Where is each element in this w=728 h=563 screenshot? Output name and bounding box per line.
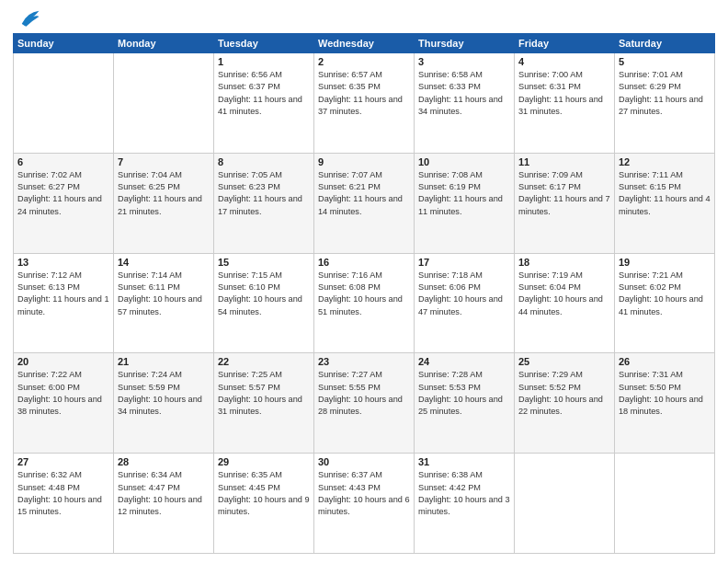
calendar-week-4: 27Sunrise: 6:32 AM Sunset: 4:48 PM Dayli… (14, 454, 715, 554)
day-number: 10 (418, 156, 510, 167)
day-info: Sunrise: 7:05 AM Sunset: 6:23 PM Dayligh… (218, 169, 310, 218)
day-info: Sunrise: 7:11 AM Sunset: 6:15 PM Dayligh… (619, 169, 711, 218)
calendar-cell: 4Sunrise: 7:00 AM Sunset: 6:31 PM Daylig… (515, 53, 615, 154)
calendar-table: SundayMondayTuesdayWednesdayThursdayFrid… (13, 33, 715, 554)
day-info: Sunrise: 7:15 AM Sunset: 6:10 PM Dayligh… (218, 270, 310, 318)
day-info: Sunrise: 7:24 AM Sunset: 5:59 PM Dayligh… (118, 369, 210, 418)
calendar-week-3: 20Sunrise: 7:22 AM Sunset: 6:00 PM Dayli… (14, 353, 715, 454)
day-number: 8 (218, 156, 310, 167)
day-number: 24 (418, 356, 510, 367)
weekday-header-sunday: Sunday (14, 34, 114, 53)
calendar-cell: 28Sunrise: 6:34 AM Sunset: 4:47 PM Dayli… (114, 454, 214, 554)
calendar-cell: 17Sunrise: 7:18 AM Sunset: 6:06 PM Dayli… (415, 253, 515, 353)
day-number: 5 (619, 56, 711, 67)
day-info: Sunrise: 7:16 AM Sunset: 6:08 PM Dayligh… (318, 270, 410, 318)
calendar-cell: 9Sunrise: 7:07 AM Sunset: 6:21 PM Daylig… (314, 153, 415, 253)
day-info: Sunrise: 7:04 AM Sunset: 6:25 PM Dayligh… (118, 169, 210, 218)
day-info: Sunrise: 6:35 AM Sunset: 4:45 PM Dayligh… (218, 469, 310, 518)
day-number: 27 (17, 456, 109, 467)
header (13, 9, 715, 26)
weekday-header-wednesday: Wednesday (314, 34, 415, 53)
logo (13, 9, 40, 26)
day-info: Sunrise: 7:25 AM Sunset: 5:57 PM Dayligh… (218, 369, 310, 418)
day-number: 9 (318, 156, 410, 167)
day-number: 16 (318, 257, 410, 268)
calendar-cell: 11Sunrise: 7:09 AM Sunset: 6:17 PM Dayli… (515, 153, 615, 253)
day-info: Sunrise: 7:00 AM Sunset: 6:31 PM Dayligh… (518, 69, 610, 118)
calendar-cell: 10Sunrise: 7:08 AM Sunset: 6:19 PM Dayli… (415, 153, 515, 253)
weekday-header-saturday: Saturday (615, 34, 715, 53)
day-info: Sunrise: 6:56 AM Sunset: 6:37 PM Dayligh… (218, 69, 310, 118)
calendar-cell: 29Sunrise: 6:35 AM Sunset: 4:45 PM Dayli… (214, 454, 314, 554)
day-number: 11 (518, 156, 610, 167)
weekday-header-row: SundayMondayTuesdayWednesdayThursdayFrid… (14, 34, 715, 53)
day-number: 1 (218, 56, 310, 67)
day-number: 7 (118, 156, 210, 167)
day-number: 13 (17, 257, 109, 268)
day-number: 2 (318, 56, 410, 67)
calendar-cell: 24Sunrise: 7:28 AM Sunset: 5:53 PM Dayli… (415, 353, 515, 454)
day-number: 22 (218, 356, 310, 367)
calendar-cell: 2Sunrise: 6:57 AM Sunset: 6:35 PM Daylig… (314, 53, 415, 154)
day-info: Sunrise: 7:12 AM Sunset: 6:13 PM Dayligh… (17, 270, 109, 318)
calendar-cell: 13Sunrise: 7:12 AM Sunset: 6:13 PM Dayli… (14, 253, 114, 353)
calendar-cell: 8Sunrise: 7:05 AM Sunset: 6:23 PM Daylig… (214, 153, 314, 253)
day-info: Sunrise: 6:37 AM Sunset: 4:43 PM Dayligh… (318, 469, 410, 518)
day-info: Sunrise: 7:08 AM Sunset: 6:19 PM Dayligh… (418, 169, 510, 218)
day-number: 14 (118, 257, 210, 268)
page: SundayMondayTuesdayWednesdayThursdayFrid… (0, 0, 728, 563)
calendar-cell: 22Sunrise: 7:25 AM Sunset: 5:57 PM Dayli… (214, 353, 314, 454)
day-number: 4 (518, 56, 610, 67)
day-info: Sunrise: 6:57 AM Sunset: 6:35 PM Dayligh… (318, 69, 410, 118)
day-number: 28 (118, 456, 210, 467)
day-info: Sunrise: 6:38 AM Sunset: 4:42 PM Dayligh… (418, 469, 510, 518)
day-number: 26 (619, 356, 711, 367)
day-info: Sunrise: 7:07 AM Sunset: 6:21 PM Dayligh… (318, 169, 410, 218)
day-number: 15 (218, 257, 310, 268)
day-number: 18 (518, 257, 610, 268)
calendar-cell: 12Sunrise: 7:11 AM Sunset: 6:15 PM Dayli… (615, 153, 715, 253)
calendar-cell: 7Sunrise: 7:04 AM Sunset: 6:25 PM Daylig… (114, 153, 214, 253)
day-number: 12 (619, 156, 711, 167)
day-info: Sunrise: 7:29 AM Sunset: 5:52 PM Dayligh… (518, 369, 610, 418)
day-number: 3 (418, 56, 510, 67)
calendar-cell (114, 53, 214, 154)
weekday-header-tuesday: Tuesday (214, 34, 314, 53)
calendar-week-0: 1Sunrise: 6:56 AM Sunset: 6:37 PM Daylig… (14, 53, 715, 154)
day-info: Sunrise: 6:32 AM Sunset: 4:48 PM Dayligh… (17, 469, 109, 518)
weekday-header-friday: Friday (515, 34, 615, 53)
calendar-cell: 6Sunrise: 7:02 AM Sunset: 6:27 PM Daylig… (14, 153, 114, 253)
calendar-cell: 1Sunrise: 6:56 AM Sunset: 6:37 PM Daylig… (214, 53, 314, 154)
day-info: Sunrise: 7:02 AM Sunset: 6:27 PM Dayligh… (17, 169, 109, 218)
day-number: 23 (318, 356, 410, 367)
calendar-cell: 30Sunrise: 6:37 AM Sunset: 4:43 PM Dayli… (314, 454, 415, 554)
calendar-cell: 15Sunrise: 7:15 AM Sunset: 6:10 PM Dayli… (214, 253, 314, 353)
day-info: Sunrise: 7:28 AM Sunset: 5:53 PM Dayligh… (418, 369, 510, 418)
day-info: Sunrise: 7:22 AM Sunset: 6:00 PM Dayligh… (17, 369, 109, 418)
day-number: 17 (418, 257, 510, 268)
day-number: 25 (518, 356, 610, 367)
calendar-cell: 18Sunrise: 7:19 AM Sunset: 6:04 PM Dayli… (515, 253, 615, 353)
calendar-cell: 14Sunrise: 7:14 AM Sunset: 6:11 PM Dayli… (114, 253, 214, 353)
calendar-cell (14, 53, 114, 154)
day-number: 29 (218, 456, 310, 467)
day-info: Sunrise: 7:18 AM Sunset: 6:06 PM Dayligh… (418, 270, 510, 318)
calendar-cell: 25Sunrise: 7:29 AM Sunset: 5:52 PM Dayli… (515, 353, 615, 454)
calendar-cell: 19Sunrise: 7:21 AM Sunset: 6:02 PM Dayli… (615, 253, 715, 353)
calendar-cell: 27Sunrise: 6:32 AM Sunset: 4:48 PM Dayli… (14, 454, 114, 554)
day-number: 20 (17, 356, 109, 367)
calendar-cell: 5Sunrise: 7:01 AM Sunset: 6:29 PM Daylig… (615, 53, 715, 154)
calendar-cell: 23Sunrise: 7:27 AM Sunset: 5:55 PM Dayli… (314, 353, 415, 454)
day-number: 6 (17, 156, 109, 167)
day-info: Sunrise: 7:31 AM Sunset: 5:50 PM Dayligh… (619, 369, 711, 418)
day-info: Sunrise: 7:01 AM Sunset: 6:29 PM Dayligh… (619, 69, 711, 118)
calendar-cell (515, 454, 615, 554)
calendar-week-2: 13Sunrise: 7:12 AM Sunset: 6:13 PM Dayli… (14, 253, 715, 353)
weekday-header-monday: Monday (114, 34, 214, 53)
day-info: Sunrise: 6:34 AM Sunset: 4:47 PM Dayligh… (118, 469, 210, 518)
day-number: 21 (118, 356, 210, 367)
calendar-cell: 20Sunrise: 7:22 AM Sunset: 6:00 PM Dayli… (14, 353, 114, 454)
calendar-week-1: 6Sunrise: 7:02 AM Sunset: 6:27 PM Daylig… (14, 153, 715, 253)
calendar-cell: 31Sunrise: 6:38 AM Sunset: 4:42 PM Dayli… (415, 454, 515, 554)
calendar-cell: 21Sunrise: 7:24 AM Sunset: 5:59 PM Dayli… (114, 353, 214, 454)
